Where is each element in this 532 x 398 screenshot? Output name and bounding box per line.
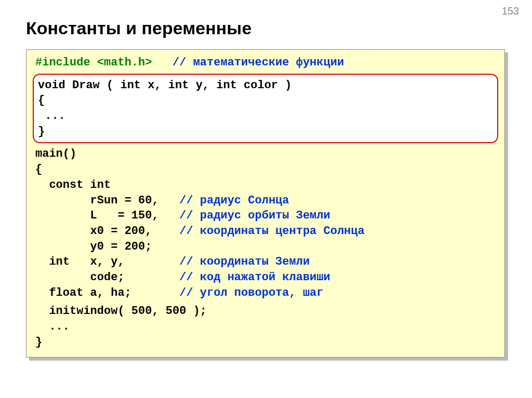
page-number: 153 — [502, 5, 519, 17]
code-var-comment: // код нажатой клавиши — [179, 271, 330, 284]
initwindow-line: initwindow( 500, 500 ); — [26, 304, 504, 319]
main-signature: main() — [26, 146, 504, 162]
include-directive: #include <math.h> — [35, 56, 152, 69]
brace-open: { — [34, 93, 497, 108]
x0-comment: // координаты центра Солнца — [179, 225, 364, 238]
L-comment: // радиус орбиты Земли — [179, 209, 330, 222]
rsun-comment: // радиус Солнца — [179, 194, 289, 207]
float-line: float a, ha; // угол поворота, шаг — [26, 285, 504, 301]
rsun-code: rSun = 60, — [35, 194, 179, 207]
dots-line: ... — [26, 319, 504, 335]
x0-line: x0 = 200, // координаты центра Солнца — [26, 224, 504, 239]
ellipsis: ... — [34, 108, 497, 124]
brace-close-main: } — [26, 335, 504, 350]
code-var-line: code; // код нажатой клавиши — [26, 270, 504, 285]
brace-open-main: { — [26, 162, 504, 177]
int-xy-line: int x, y, // координаты Земли — [26, 254, 504, 270]
include-comment-text: // математические функции — [172, 56, 344, 69]
float-comment: // угол поворота, шаг — [179, 286, 323, 299]
brace-close: } — [34, 124, 497, 140]
L-code: L = 150, — [35, 209, 179, 222]
float-code: float a, ha; — [35, 286, 179, 299]
y0-line: y0 = 200; — [26, 239, 504, 255]
rsun-line: rSun = 60, // радиус Солнца — [26, 193, 504, 209]
L-line: L = 150, // радиус орбиты Земли — [26, 208, 504, 224]
draw-function-box: void Draw ( int x, int y, int color ) { … — [33, 74, 498, 144]
code-block: #include <math.h> // математические функ… — [26, 49, 505, 358]
const-int: const int — [26, 177, 504, 193]
x0-code: x0 = 200, — [35, 225, 179, 238]
int-xy-comment: // координаты Земли — [179, 255, 310, 268]
include-line: #include <math.h> // математические функ… — [26, 55, 504, 71]
draw-signature: void Draw ( int x, int y, int color ) — [34, 78, 497, 93]
slide-title: Константы и переменные — [26, 18, 251, 38]
int-xy-code: int x, y, — [35, 255, 179, 268]
code-var-code: code; — [35, 271, 179, 284]
include-comment — [152, 56, 172, 69]
